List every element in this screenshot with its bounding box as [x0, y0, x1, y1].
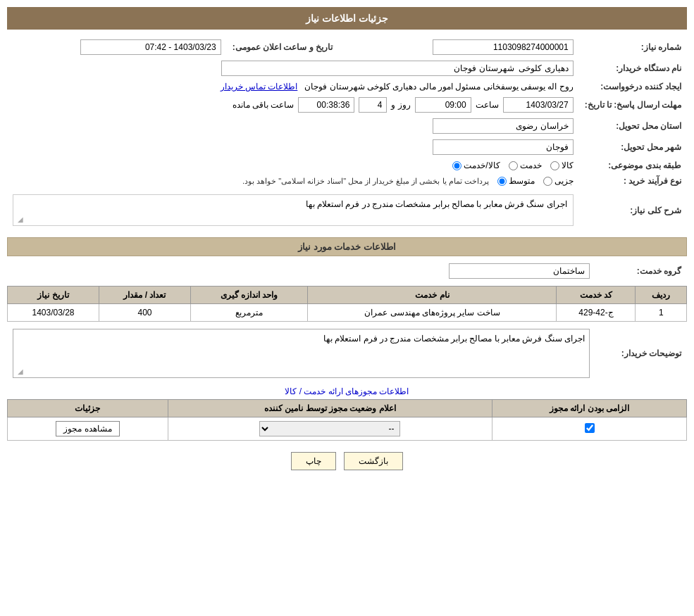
main-info-table: شماره نیاز: تاریخ و ساعت اعلان عمومی: نا…	[7, 37, 687, 232]
table-row: -- مشاهده مجوز	[8, 417, 687, 441]
th-tarikh: تاریخ نیاز	[8, 287, 99, 304]
radio-jozyi[interactable]	[543, 177, 552, 186]
cell-kod: ج-42-429	[557, 304, 636, 322]
view-permit-button[interactable]: مشاهده مجوز	[56, 421, 119, 436]
th-vahed: واحد اندازه گیری	[190, 287, 307, 304]
bottom-buttons: بازگشت چاپ	[7, 452, 687, 470]
name-dastgah-input[interactable]	[221, 61, 574, 76]
mohlat-row: ساعت روز و ساعت باقی مانده	[7, 94, 579, 115]
saat-input[interactable]	[415, 97, 471, 113]
tabagheh-value: کالا خدمت کالا/خدمت	[7, 158, 579, 173]
cell-radif: 1	[636, 304, 687, 322]
tarikh-elan-input[interactable]	[80, 39, 221, 55]
th-joziat: جزئیات	[8, 400, 168, 417]
sharh-value: اجرای سنگ فرش معابر با مصالح برابر مشخصا…	[7, 189, 579, 232]
shahr-value	[7, 137, 579, 158]
ejad-value: روح اله یوسفی یوسفخانی مسئول امور مالی د…	[7, 79, 579, 94]
table-row: 1ج-42-429ساخت سایر پروژه‌های مهندسی عمرا…	[8, 304, 687, 322]
permit-joziat-cell: مشاهده مجوز	[8, 417, 168, 441]
permit-status-select[interactable]: --	[259, 421, 400, 436]
nooe-desc: پرداخت تمام یا بخشی از مبلغ خریدار از مح…	[242, 177, 489, 186]
ejad-label: ایجاد کننده درخوواست:	[579, 79, 687, 94]
radio-kala[interactable]	[550, 161, 559, 170]
ejad-text: روح اله یوسفی یوسفخانی مسئول امور مالی د…	[304, 82, 573, 92]
cell-tedad: 400	[99, 304, 191, 322]
back-button[interactable]: بازگشت	[344, 452, 403, 470]
th-tedad: تعداد / مقدار	[99, 287, 191, 304]
goroh-value	[7, 260, 595, 282]
th-status: اعلام وضعیت مجوز توسط نامین کننده	[168, 400, 492, 417]
shomara-niaz-value	[359, 37, 579, 58]
page-header: جزئیات اطلاعات نیاز	[7, 7, 687, 30]
resize-icon-2: ◢	[15, 367, 23, 376]
tabagheh-kala-label: کالا	[562, 161, 574, 170]
name-dastgah-value	[7, 58, 579, 79]
baqi-input[interactable]	[298, 97, 354, 113]
shomara-niaz-input[interactable]	[433, 39, 574, 55]
goroh-input[interactable]	[449, 263, 590, 279]
ostan-label: استان محل تحویل:	[579, 115, 687, 137]
toseeh-value: اجرای سنگ فرش معابر با مصالح برابر مشخصا…	[7, 326, 595, 381]
toseeh-label: توضیحات خریدار:	[595, 326, 687, 381]
toseeh-text: اجرای سنگ فرش معابر با مصالح برابر مشخصا…	[323, 334, 585, 344]
th-radif: ردیف	[636, 287, 687, 304]
rooz-label: روز و	[391, 100, 410, 110]
print-button[interactable]: چاپ	[291, 452, 336, 470]
th-naam: نام خدمت	[308, 287, 557, 304]
rooz-input[interactable]	[359, 97, 387, 113]
baqi-label: ساعت باقی مانده	[233, 100, 295, 110]
mohlat-label: مهلت ارسال پاسخ: تا تاریخ:	[579, 94, 687, 115]
shahr-label: شهر محل تحویل:	[579, 137, 687, 158]
tarikh-input[interactable]	[503, 97, 574, 113]
resize-icon: ◢	[15, 215, 23, 224]
ejad-link[interactable]: اطلاعات تماس خریدار	[221, 82, 298, 92]
tarikh-elan-value	[7, 37, 227, 58]
nooe-jozyi-label: جزیی	[554, 176, 574, 186]
th-elzami: الزامی بودن ارائه مجوز	[492, 400, 687, 417]
radio-kala-khadamat[interactable]	[452, 161, 461, 170]
ostan-value	[7, 115, 579, 137]
th-kod: کد خدمت	[557, 287, 636, 304]
page-wrapper: جزئیات اطلاعات نیاز شماره نیاز: تاریخ و …	[0, 0, 694, 616]
shahr-input[interactable]	[433, 139, 574, 155]
tarikh-elan-label: تاریخ و ساعت اعلان عمومی:	[227, 37, 338, 58]
radio-motevaset[interactable]	[497, 177, 507, 186]
cell-vahed: مترمربع	[190, 304, 307, 322]
tabagheh-khadamat-label: خدمت	[520, 161, 542, 170]
page-title: جزئیات اطلاعات نیاز	[306, 13, 388, 24]
toseeh-table: توضیحات خریدار: اجرای سنگ فرش معابر با م…	[7, 326, 687, 381]
permit-elzami-cell	[492, 417, 687, 441]
sharh-text: اجرای سنگ فرش معابر با مصالح برابر مشخصا…	[306, 199, 567, 209]
goroh-table: گروه خدمت:	[7, 260, 687, 282]
ostan-input[interactable]	[433, 118, 574, 134]
cell-naam: ساخت سایر پروژه‌های مهندسی عمران	[308, 304, 557, 322]
khadamat-section-title: اطلاعات خدمات مورد نیاز	[7, 237, 687, 256]
saat-label: ساعت	[476, 100, 499, 110]
radio-khadamat[interactable]	[509, 161, 518, 170]
permit-table: الزامی بودن ارائه مجوز اعلام وضعیت مجوز …	[7, 399, 687, 441]
name-dastgah-label: نام دستگاه خریدار:	[579, 58, 687, 79]
shomara-niaz-label: شماره نیاز:	[579, 37, 687, 58]
permit-status-cell: --	[168, 417, 492, 441]
permit-checkbox[interactable]	[585, 423, 595, 433]
nooe-farayand-label: نوع فرآیند خرید :	[579, 173, 687, 189]
tabagheh-kala-khadamat-label: کالا/خدمت	[464, 161, 500, 170]
goroh-label: گروه خدمت:	[595, 260, 687, 282]
mojozat-subtitle[interactable]: اطلاعات مجوزهای ارائه خدمت / کالا	[7, 386, 687, 396]
nooe-farayand-value: جزیی متوسط پرداخت تمام یا بخشی از مبلغ خ…	[7, 173, 579, 189]
tabagheh-label: طبقه بندی موضوعی:	[579, 158, 687, 173]
cell-tarikh: 1403/03/28	[8, 304, 99, 322]
khadamat-table: ردیف کد خدمت نام خدمت واحد اندازه گیری ت…	[7, 286, 687, 322]
nooe-motevaset-label: متوسط	[509, 176, 535, 186]
sharh-label: شرح کلی نیاز:	[579, 189, 687, 232]
